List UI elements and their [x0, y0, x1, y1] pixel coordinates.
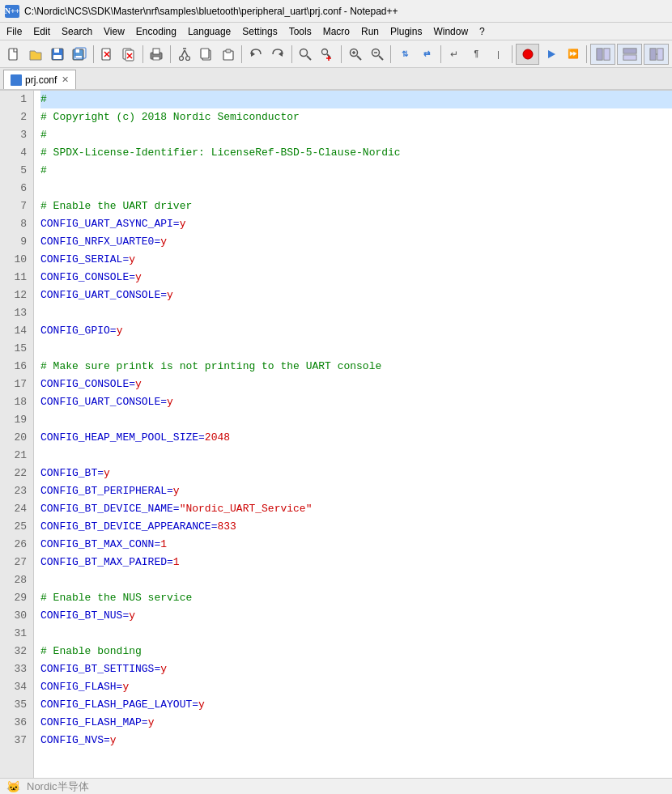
menu-bar: FileEditSearchViewEncodingLanguageSettin… — [0, 23, 672, 40]
menu-item-macro[interactable]: Macro — [318, 24, 355, 39]
tab-close-button[interactable]: ✕ — [62, 74, 69, 85]
comment-text: # Enable the NUS service — [40, 592, 192, 604]
menu-item-search[interactable]: Search — [57, 24, 97, 39]
indent-guide-button[interactable]: | — [488, 44, 508, 65]
config-val: y — [160, 236, 167, 248]
save-all-button[interactable] — [69, 44, 89, 65]
line-number-22: 22 — [0, 465, 33, 482]
code-line-35: CONFIG_FLASH_PAGE_LAYOUT=y — [40, 696, 672, 714]
config-val: 1 — [173, 556, 180, 568]
config-val: 2048 — [205, 431, 230, 444]
separator-5 — [291, 45, 292, 63]
macro-rec-button[interactable] — [516, 44, 539, 65]
zoom-out-button[interactable] — [367, 44, 387, 65]
menu-item-plugins[interactable]: Plugins — [385, 24, 427, 39]
code-line-31 — [40, 625, 672, 643]
svg-marker-28 — [279, 51, 283, 57]
svg-rect-47 — [657, 48, 663, 59]
line-number-34: 34 — [0, 678, 33, 696]
menu-item-tools[interactable]: Tools — [284, 24, 317, 39]
menu-item-settings[interactable]: Settings — [237, 24, 282, 39]
svg-rect-44 — [623, 48, 636, 53]
redo-button[interactable] — [268, 44, 288, 65]
tab-prj-conf[interactable]: prj.conf ✕ — [3, 70, 76, 89]
svg-line-34 — [357, 56, 361, 60]
close-button[interactable] — [97, 44, 117, 65]
menu-item-encoding[interactable]: Encoding — [131, 24, 181, 39]
open-button[interactable] — [25, 44, 45, 65]
menu-item-view[interactable]: View — [99, 24, 130, 39]
menu-item-language[interactable]: Language — [183, 24, 236, 39]
line-number-7: 7 — [0, 197, 33, 215]
new-button[interactable] — [3, 44, 23, 65]
svg-point-40 — [523, 49, 533, 59]
tab-bar: prj.conf ✕ — [0, 68, 672, 91]
config-key: CONFIG_NVS= — [40, 734, 110, 746]
clone-button[interactable] — [644, 44, 669, 65]
sync-scroll-v-button[interactable]: ⇅ — [394, 44, 415, 65]
menu-item-window[interactable]: Window — [428, 24, 473, 39]
word-wrap-button[interactable]: ↵ — [444, 44, 465, 65]
toolbar: ⇅ ⇄ ↵ ¶ | ⏩ — [0, 40, 672, 68]
code-line-20: CONFIG_HEAP_MEM_POOL_SIZE=2048 — [40, 429, 672, 447]
split-v-button[interactable] — [617, 44, 642, 65]
status-bar: 🐱 Nordic半导体 — [0, 778, 672, 794]
line-number-14: 14 — [0, 322, 33, 340]
menu-item-edit[interactable]: Edit — [28, 24, 55, 39]
comment-text: # Enable the UART driver — [40, 200, 192, 212]
save-button[interactable] — [47, 44, 67, 65]
config-key: CONFIG_HEAP_MEM_POOL_SIZE= — [40, 431, 205, 444]
config-key: CONFIG_CONSOLE= — [40, 378, 135, 390]
config-key: CONFIG_UART_CONSOLE= — [40, 289, 167, 301]
zoom-in-button[interactable] — [345, 44, 365, 65]
svg-rect-26 — [226, 49, 231, 53]
copy-button[interactable] — [196, 44, 216, 65]
svg-marker-41 — [548, 50, 555, 58]
line-number-36: 36 — [0, 714, 33, 732]
line-number-28: 28 — [0, 571, 33, 589]
line-number-1: 1 — [0, 91, 33, 108]
code-line-14: CONFIG_GPIO=y — [40, 322, 672, 340]
line-number-13: 13 — [0, 304, 33, 322]
svg-point-29 — [300, 49, 308, 56]
status-watermark-icon: 🐱 — [6, 780, 20, 793]
print-button[interactable] — [147, 44, 167, 65]
close-all-button[interactable] — [119, 44, 139, 65]
menu-item-file[interactable]: File — [2, 24, 27, 39]
macro-play-button[interactable] — [541, 44, 561, 65]
app-icon: N++ — [5, 5, 19, 18]
split-h-button[interactable] — [590, 44, 615, 65]
all-chars-button[interactable]: ¶ — [466, 44, 487, 65]
code-line-18: CONFIG_UART_CONSOLE=y — [40, 393, 672, 411]
line-number-24: 24 — [0, 500, 33, 518]
code-line-3: # — [40, 126, 672, 144]
comment-text: # — [40, 164, 47, 176]
window-title: C:\Nordic\NCS\SDK\Master\nrf\samples\blu… — [24, 6, 398, 17]
find-replace-button[interactable] — [317, 44, 338, 65]
menu-item-?[interactable]: ? — [474, 24, 490, 39]
svg-point-31 — [322, 49, 328, 54]
code-line-29: # Enable the NUS service — [40, 589, 672, 607]
code-line-4: # SPDX-License-Identifier: LicenseRef-BS… — [40, 144, 672, 162]
undo-button[interactable] — [245, 44, 266, 65]
code-line-34: CONFIG_FLASH=y — [40, 678, 672, 696]
cut-button[interactable] — [174, 44, 194, 65]
code-line-23: CONFIG_BT_PERIPHERAL=y — [40, 482, 672, 500]
config-val: y — [135, 271, 142, 283]
line-number-30: 30 — [0, 607, 33, 625]
config-key: CONFIG_SERIAL= — [40, 253, 129, 265]
macro-run-multiple-button[interactable]: ⏩ — [563, 44, 583, 65]
separator-8 — [440, 45, 441, 63]
sync-scroll-h-button[interactable]: ⇄ — [416, 44, 436, 65]
line-number-18: 18 — [0, 393, 33, 411]
title-bar: N++ C:\Nordic\NCS\SDK\Master\nrf\samples… — [0, 0, 672, 23]
config-val: y — [122, 681, 129, 693]
comment-text: # — [40, 129, 47, 141]
code-area[interactable]: ## Copyright (c) 2018 Nordic Semiconduct… — [34, 91, 672, 778]
find-button[interactable] — [296, 44, 316, 65]
menu-item-run[interactable]: Run — [356, 24, 384, 39]
code-line-10: CONFIG_SERIAL=y — [40, 251, 672, 269]
paste-button[interactable] — [218, 44, 238, 65]
line-number-26: 26 — [0, 536, 33, 554]
line-number-12: 12 — [0, 287, 33, 304]
